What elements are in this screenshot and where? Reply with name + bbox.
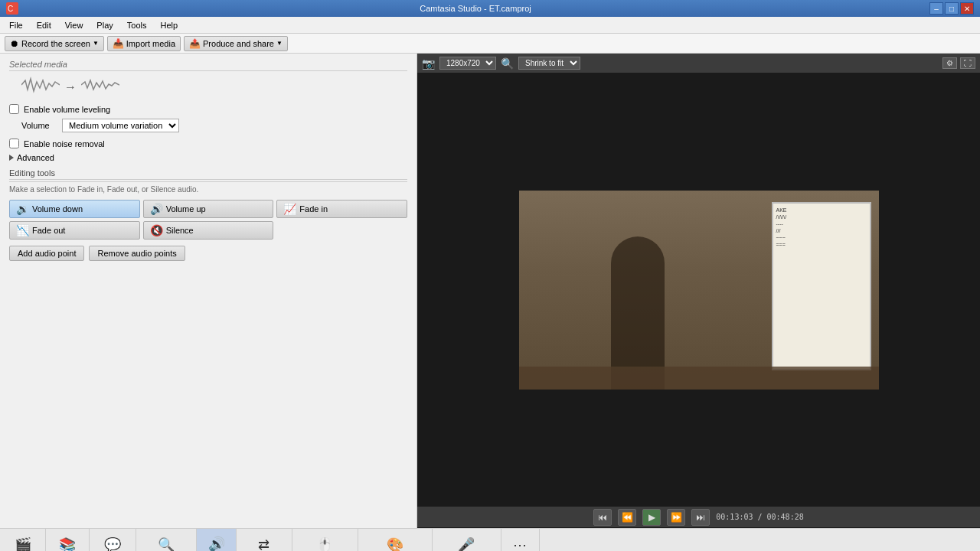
main-layout: Selected media → Enable volume l: [0, 54, 980, 528]
playback-bar: ⏮ ⏪ ▶ ⏩ ⏭ 00:13:03 / 00:48:28: [417, 507, 980, 528]
menu-help[interactable]: Help: [154, 19, 184, 31]
tab-audio[interactable]: 🔊 Audio: [197, 529, 237, 551]
main-toolbar: ⏺ Record the screen ▼ 📥 Import media 📤 P…: [0, 34, 980, 54]
zoom-n-pan-icon: 🔍: [158, 536, 175, 551]
volume-up-button[interactable]: 🔊 Volume up: [143, 200, 274, 218]
volume-up-icon: 🔊: [150, 203, 163, 215]
transitions-icon: ⇄: [258, 536, 270, 551]
arrow-icon: →: [64, 80, 77, 94]
preview-settings-button[interactable]: ⚙: [942, 57, 957, 69]
audio-icon: 🔊: [208, 536, 225, 551]
tab-voice-narration[interactable]: 🎤 Voice Narration: [433, 529, 502, 551]
preview-toolbar: 📷 980x551 640x360 🔍 Shrink to fit 100% …: [417, 54, 980, 73]
callouts-icon: 💬: [104, 536, 121, 551]
add-audio-point-button[interactable]: Add audio point: [9, 246, 84, 261]
fade-out-icon: 📉: [16, 224, 29, 236]
record-dropdown-icon[interactable]: ▼: [93, 40, 99, 47]
menu-play[interactable]: Play: [90, 19, 119, 31]
app-icon: C: [6, 2, 21, 15]
whiteboard: AKE /\/\/\/ ---- /// ~~~ ===: [772, 202, 871, 370]
clip-bin-icon: 🎬: [15, 536, 31, 551]
maximize-button[interactable]: □: [945, 2, 959, 15]
play-button[interactable]: ▶: [642, 509, 661, 526]
cursor-effects-icon: 🖱️: [316, 536, 333, 551]
menu-bar: File Edit View Play Tools Help: [0, 17, 980, 34]
preview-video: AKE /\/\/\/ ---- /// ~~~ ===: [417, 73, 980, 507]
more-icon: ⋯: [513, 536, 527, 551]
left-panel: Selected media → Enable volume l: [0, 54, 417, 528]
menu-edit[interactable]: Edit: [31, 19, 57, 31]
advanced-label: Advanced: [17, 153, 54, 162]
zoom-icon: 🔍: [501, 57, 514, 70]
advanced-triangle-icon[interactable]: [9, 155, 14, 161]
fade-out-button[interactable]: 📉 Fade out: [9, 221, 140, 240]
audio-panel: Selected media → Enable volume l: [0, 54, 416, 528]
import-media-button[interactable]: 📥 Import media: [107, 36, 181, 51]
silence-button[interactable]: 🔇 Silence: [143, 221, 274, 240]
tab-transitions[interactable]: ⇄ Transitions: [237, 529, 292, 551]
import-icon: 📥: [113, 38, 124, 49]
tab-callouts[interactable]: 💬 Callouts: [90, 529, 137, 551]
volume-leveling-row: Enable volume leveling: [9, 104, 407, 114]
skip-to-end-button[interactable]: ⏭: [691, 509, 710, 526]
tab-cursor-effects[interactable]: 🖱️ Cursor Effects: [292, 529, 358, 551]
tab-library[interactable]: 📚 Library: [46, 529, 90, 551]
volume-leveling-label: Enable volume leveling: [24, 105, 110, 114]
tab-bar: 🎬 Clip Bin 📚 Library 💬 Callouts 🔍 Zoom-n…: [0, 528, 980, 551]
minimize-button[interactable]: –: [929, 2, 943, 15]
fade-in-icon: 📈: [283, 203, 296, 215]
preview-camera-icon: 📷: [422, 57, 435, 70]
skip-to-start-button[interactable]: ⏮: [593, 509, 612, 526]
library-icon: 📚: [59, 536, 76, 551]
editing-hint: Make a selection to Fade in, Fade out, o…: [9, 185, 407, 194]
produce-share-button[interactable]: 📤 Produce and share ▼: [184, 36, 288, 51]
floor: [519, 367, 879, 390]
silence-icon: 🔇: [150, 224, 163, 236]
right-panel: 📷 980x551 640x360 🔍 Shrink to fit 100% …: [417, 54, 980, 528]
waveform-before-icon: [21, 76, 60, 98]
advanced-row: Advanced: [9, 153, 407, 162]
whiteboard-text: AKE /\/\/\/ ---- /// ~~~ ===: [773, 204, 870, 252]
voice-narration-icon: 🎤: [458, 536, 475, 551]
volume-down-button[interactable]: 🔉 Volume down: [9, 200, 140, 218]
step-back-button[interactable]: ⏪: [618, 509, 636, 526]
noise-removal-checkbox[interactable]: [9, 139, 19, 148]
tab-clip-bin[interactable]: 🎬 Clip Bin: [0, 529, 46, 551]
volume-row: Volume Medium volume variation Low volum…: [21, 119, 407, 132]
window-controls[interactable]: – □ ✕: [929, 2, 974, 15]
title-bar: C Camtasia Studio - ET.camproj – □ ✕: [0, 0, 980, 17]
title-bar-text: Camtasia Studio - ET.camproj: [420, 4, 531, 13]
produce-icon: 📤: [189, 38, 201, 49]
noise-removal-row: Enable noise removal: [9, 139, 407, 148]
volume-down-icon: 🔉: [16, 203, 29, 215]
waveform-preview: →: [21, 76, 407, 98]
tab-zoom-n-pan[interactable]: 🔍 Zoom-n-Pan: [136, 529, 197, 551]
visual-properties-icon: 🎨: [387, 536, 403, 551]
preview-fullscreen-button[interactable]: ⛶: [960, 57, 975, 69]
volume-select[interactable]: Medium volume variation Low volume varia…: [62, 119, 179, 132]
menu-file[interactable]: File: [3, 19, 29, 31]
produce-dropdown-icon[interactable]: ▼: [276, 40, 283, 47]
resolution-select[interactable]: 980x551 640x360: [439, 57, 496, 70]
svg-text:C: C: [8, 5, 13, 13]
tab-visual-properties[interactable]: 🎨 Visual Properties: [358, 529, 433, 551]
step-forward-button[interactable]: ⏩: [667, 509, 685, 526]
selected-media-title: Selected media: [9, 60, 407, 71]
close-button[interactable]: ✕: [960, 2, 974, 15]
volume-leveling-checkbox[interactable]: [9, 104, 19, 114]
waveform-after-icon: [81, 76, 119, 98]
video-frame: AKE /\/\/\/ ---- /// ~~~ ===: [519, 191, 879, 390]
tab-more[interactable]: ⋯ More: [501, 529, 540, 551]
tool-buttons-grid: 🔉 Volume down 🔊 Volume up 📈 Fade in 📉 Fa…: [9, 200, 407, 240]
remove-audio-points-button[interactable]: Remove audio points: [89, 246, 185, 261]
time-display: 00:13:03 / 00:48:28: [716, 513, 803, 521]
editing-tools-title: Editing tools: [9, 168, 407, 182]
volume-label: Volume: [21, 121, 56, 130]
audio-point-buttons: Add audio point Remove audio points: [9, 246, 407, 261]
menu-tools[interactable]: Tools: [121, 19, 153, 31]
fade-in-button[interactable]: 📈 Fade in: [276, 200, 407, 218]
menu-view[interactable]: View: [59, 19, 90, 31]
zoom-select[interactable]: Shrink to fit 100% 50%: [518, 57, 580, 70]
noise-removal-label: Enable noise removal: [24, 139, 105, 148]
record-screen-button[interactable]: ⏺ Record the screen ▼: [5, 36, 104, 51]
